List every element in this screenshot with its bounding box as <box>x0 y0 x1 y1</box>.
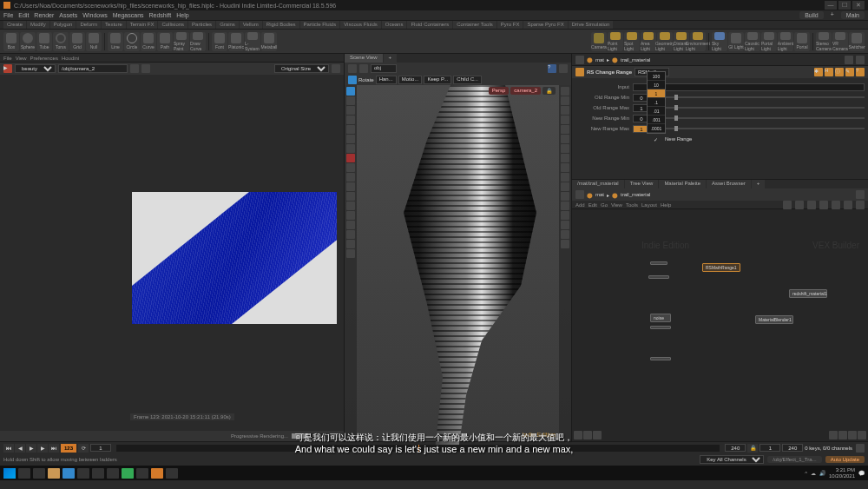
shelf-tab[interactable]: Deform <box>76 21 101 29</box>
scene-viewport[interactable]: Persp camera_2 🔒 Indie Edition <box>345 85 571 441</box>
pts-icon[interactable] <box>561 173 569 182</box>
cplane-icon[interactable] <box>346 230 355 239</box>
net-tab[interactable]: Material Palette <box>659 180 706 188</box>
rv-menu-prefs[interactable]: Preferences <box>30 56 58 61</box>
net-tool-icon[interactable] <box>783 201 792 209</box>
camera-path-input[interactable] <box>58 64 128 73</box>
shelf-vrcam-icon[interactable]: VR Camera <box>832 32 848 51</box>
network-node[interactable] <box>648 275 669 279</box>
select-tool-icon[interactable] <box>346 87 355 96</box>
pane-controls-icon[interactable] <box>856 56 865 64</box>
profile-icon[interactable] <box>561 211 569 220</box>
scene-tab-add[interactable]: + <box>384 54 398 63</box>
net-palette-icon[interactable] <box>838 431 847 439</box>
render-button[interactable]: ▶ <box>3 64 12 73</box>
zoom-icon[interactable] <box>332 64 340 73</box>
shelf-stereocam-icon[interactable]: Stereo Camera <box>816 32 832 51</box>
brush-tool-icon[interactable] <box>346 173 355 182</box>
next-frame-button[interactable]: ▶ <box>37 444 48 453</box>
keep-drop[interactable]: Keep P... <box>424 76 451 84</box>
shelf-metaball-icon[interactable]: Metaball <box>261 32 277 51</box>
net-tool-icon[interactable] <box>819 201 828 209</box>
net-box-icon[interactable] <box>593 431 602 439</box>
shelf-box-icon[interactable]: Box <box>3 32 19 51</box>
shelf-switcher-icon[interactable]: Switcher <box>849 32 865 51</box>
layout-build[interactable]: Build <box>799 11 824 19</box>
shelf-tab[interactable]: Sparse Pyro FX <box>523 21 567 29</box>
light-icon[interactable] <box>561 135 569 143</box>
net-path-mat2[interactable]: trail_material <box>621 192 650 197</box>
shelf-curve-icon[interactable]: Curve <box>141 32 156 51</box>
task-view-icon[interactable] <box>33 468 45 479</box>
menu-redshift[interactable]: Redshift <box>149 12 172 18</box>
shelf-causticlight-icon[interactable]: Caustic Light <box>745 32 760 51</box>
network-node[interactable] <box>650 326 671 329</box>
viewer-pass-select[interactable]: beauty <box>15 64 56 73</box>
mat-icon[interactable] <box>561 163 569 172</box>
shelf-path-icon[interactable]: Path <box>157 32 173 51</box>
app-icon[interactable] <box>107 468 119 479</box>
move-tool-icon[interactable] <box>346 106 355 115</box>
net-menu-layout[interactable]: Layout <box>641 202 657 208</box>
shelf-torus-icon[interactable]: Torus <box>53 32 69 51</box>
normal-light-icon[interactable] <box>561 154 569 162</box>
shelf-null-icon[interactable]: Null <box>86 32 102 51</box>
param-slider[interactable] <box>654 117 865 119</box>
shelf-circle-icon[interactable]: Circle <box>124 32 140 51</box>
param-slider[interactable] <box>654 128 865 129</box>
snap-tool-icon[interactable] <box>346 182 355 191</box>
pane-max-icon[interactable] <box>856 190 865 199</box>
grid-snap-icon[interactable] <box>346 192 355 201</box>
shelf-tab[interactable]: Particle Fluids <box>300 21 340 29</box>
shelf-lsystem-icon[interactable]: L-System <box>245 32 260 51</box>
shelf-platonic-icon[interactable]: Platonic <box>228 32 244 51</box>
input-slot[interactable] <box>633 83 865 91</box>
app-icon[interactable] <box>166 468 178 479</box>
rotate-tool-icon[interactable] <box>346 116 355 124</box>
net-menu-go[interactable]: Go <box>601 202 608 208</box>
shelf-pointlight-icon[interactable]: Point Light <box>608 32 623 51</box>
keyframe-icon[interactable] <box>856 444 865 453</box>
camera-badge[interactable]: Persp camera_2 🔒 <box>489 87 556 95</box>
bg-icon[interactable] <box>561 221 569 229</box>
rotate-icon[interactable] <box>348 76 357 84</box>
net-tool-icon[interactable] <box>844 201 852 209</box>
net-menu-view[interactable]: View <box>611 202 622 208</box>
app-icon[interactable] <box>92 468 104 479</box>
help-icon[interactable]: ? <box>548 64 556 73</box>
motion-drop[interactable]: Motio... <box>398 76 423 84</box>
net-tab-add[interactable]: + <box>752 180 766 188</box>
current-frame[interactable]: 123 <box>61 444 76 453</box>
net-tool-icon[interactable] <box>795 201 804 209</box>
menu-edit[interactable]: Edit <box>18 12 29 18</box>
maximize-button[interactable]: ☐ <box>838 1 851 10</box>
net-menu-edit[interactable]: Edit <box>589 202 597 208</box>
prev-frame-button[interactable]: ◀ <box>15 444 25 453</box>
menu-windows[interactable]: Windows <box>82 12 107 18</box>
ghost-icon[interactable] <box>561 96 569 105</box>
hq-light-icon[interactable] <box>561 144 569 153</box>
ptnum-icon[interactable] <box>561 182 569 191</box>
shelf-portallight-icon[interactable]: Portal Light <box>761 32 777 51</box>
global-end-input[interactable] <box>782 444 803 452</box>
shelf-tab[interactable]: Particles <box>188 21 215 29</box>
shelf-camera-icon[interactable]: Camera <box>591 32 607 51</box>
shelf-tab[interactable]: Texture <box>102 21 126 29</box>
start-button[interactable] <box>3 468 16 479</box>
network-node[interactable]: noise <box>650 314 671 322</box>
clamp-label[interactable]: New Range <box>665 136 692 142</box>
shelf-gilight-icon[interactable]: GI Light <box>728 32 744 51</box>
gear-icon[interactable]: ✱ <box>814 68 823 76</box>
key-channels-select[interactable]: Key All Channels <box>700 455 764 464</box>
gamma-icon[interactable] <box>561 240 569 248</box>
param-slider[interactable] <box>654 96 865 98</box>
inspect-tool-icon[interactable] <box>346 144 355 153</box>
rv-menu-houdini[interactable]: Houdini <box>62 56 79 61</box>
path-obj[interactable]: obj <box>371 64 397 73</box>
net-sticky-icon[interactable] <box>583 431 592 439</box>
network-node[interactable] <box>650 261 667 265</box>
shelf-tab[interactable]: Vellum <box>240 21 262 29</box>
network-node[interactable] <box>650 357 671 360</box>
notes-icon[interactable]: ✎ <box>845 68 854 76</box>
net-quickmark-icon[interactable] <box>574 431 582 439</box>
